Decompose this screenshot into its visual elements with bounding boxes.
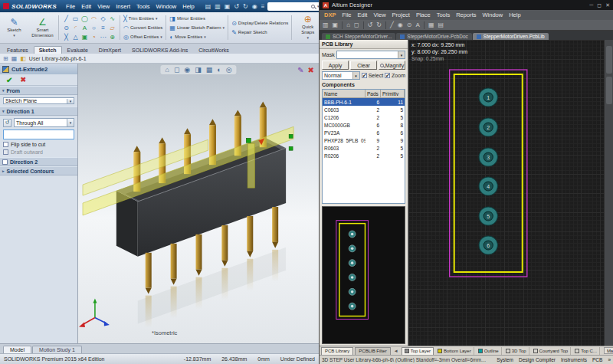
doc-tab-pcblib[interactable]: StepperMotorDriven.PcbLib [473,33,549,40]
graphics-viewport[interactable]: ⌂ ◻ ◉ ◨ ▦ ◐ ◎ ✎ ✖ *Isometric [78,64,319,343]
footprint-preview[interactable] [322,206,405,344]
menu-edit[interactable]: Edit [358,11,368,18]
components-table[interactable]: Name Pads Primitiv BBB-PH-6-1611 C060325… [322,89,405,204]
components-table-header[interactable]: Name Pads Primitiv [323,90,405,98]
display-style-icon[interactable]: ◐ [217,66,221,74]
quick-snaps-button[interactable]: ⊕ Quick Snaps▾ [295,14,319,41]
zoom-fit-icon[interactable]: ⌂ [165,66,169,74]
tab-solidworks-addins[interactable]: SOLIDWORKS Add-Ins [126,46,193,54]
close-icon[interactable]: ✕ [605,2,610,8]
clear-button[interactable]: Clear [350,61,377,70]
maximize-icon[interactable]: ◻ [597,2,602,8]
erase-tool-icon[interactable]: ◔ [90,33,98,41]
trim-entities-button[interactable]: ╳Trim Entities▾ [123,15,162,22]
grid-settings-icon[interactable]: ▦ [428,21,434,28]
rectangle-tool-icon[interactable]: ▭ [71,15,80,23]
menu-file[interactable]: File [342,11,351,18]
undo-icon[interactable]: ↺ [234,3,239,10]
section-direction-1[interactable]: ▾Direction 1 [0,107,77,116]
table-row[interactable]: R020625 [323,152,405,159]
zoom-area-icon[interactable]: ◻ [354,21,359,28]
redo-icon[interactable]: ↻ [376,21,382,28]
zoom-area-icon[interactable]: ◻ [174,66,179,74]
trim-tool-icon[interactable]: ╳ [62,33,70,41]
table-row[interactable]: PV23A66 [323,129,405,136]
section-view-icon[interactable]: ◨ [195,66,202,74]
fillet-tool-icon[interactable]: ◜ [71,24,80,32]
move-entities-button[interactable]: ◐Move Entities▾ [169,34,225,41]
pad-4[interactable]: 4 [479,177,497,195]
menu-window[interactable]: Window [482,11,503,18]
menu-window[interactable]: Window [156,3,177,10]
menu-help[interactable]: Help [509,11,520,18]
view-orientation-icon[interactable]: ▦ [206,66,213,74]
panel-tab-pcb-library[interactable]: PCB Library [321,347,353,355]
circle-tool-icon[interactable]: ◯ [80,15,89,23]
tab-dimxpert[interactable]: DimXpert [93,46,126,54]
place-via-icon[interactable]: ⊙ [407,21,412,28]
offset-entities-button[interactable]: ◎Offset Entities▾ [123,34,162,41]
feature-tree-icon[interactable]: ⊞ [3,55,8,62]
tab-evaluate[interactable]: Evaluate [62,46,93,54]
linear-sketch-pattern-button[interactable]: ▦Linear Sketch Pattern▾ [169,25,225,31]
rebuild-icon[interactable]: ◉ [252,3,257,10]
layer-tab-3d-top[interactable]: 3D Top [503,347,529,355]
magnify-button[interactable]: Magnify [379,61,405,70]
display-delete-relations-button[interactable]: ⊙Display/Delete Relations [231,20,288,27]
pattern-tool-icon[interactable]: ▣ [80,33,89,41]
redo-icon[interactable]: ↻ [243,3,248,10]
menu-view[interactable]: View [373,11,385,18]
tab-sketch[interactable]: Sketch [34,46,62,54]
save-icon[interactable]: ▣ [333,21,339,28]
pad-6[interactable]: 6 [479,236,497,254]
point-tool-icon[interactable]: ○ [90,24,98,32]
viewport-3d-scene[interactable] [78,64,319,343]
design-compiler-panels-button[interactable]: Design Compiler [519,357,556,362]
more-tools-icon[interactable]: ⋯ [99,33,107,41]
menu-dxp[interactable]: DXP [324,11,336,18]
panel-tab-pcblib-filter[interactable]: PCBLIB Filter [355,347,390,355]
more-panels-icon[interactable]: » [608,357,611,362]
menu-help[interactable]: Help [182,3,194,10]
menu-edit[interactable]: Edit [81,3,91,10]
cancel-button[interactable]: ✖ [20,76,26,84]
pcb-panels-button[interactable]: PCB [592,357,602,362]
dock-tab-2[interactable] [606,77,612,104]
section-selected-contours[interactable]: ▸Selected Contours [0,166,77,175]
flip-side-to-cut-row[interactable]: Flip side to cut [3,142,74,147]
menu-insert[interactable]: Insert [116,3,130,10]
accept-button[interactable]: ✔ [6,76,12,84]
polygon-tool-icon[interactable]: ◇ [99,15,107,23]
table-row[interactable]: MC0000GB68 [323,121,405,129]
place-line-icon[interactable]: ╱ [390,21,394,28]
layer-scroll-left-icon[interactable]: ◄ [392,349,400,353]
reverse-direction-button[interactable]: ↺ [3,119,11,127]
pad-1[interactable]: 1 [479,88,497,107]
table-row[interactable]: PHXP28_5PLB_0999 [323,136,405,144]
menu-tools[interactable]: Tools [437,11,451,18]
instruments-panels-button[interactable]: Instruments [561,357,587,362]
system-panels-button[interactable]: System [497,357,513,362]
ellipse-tool-icon[interactable]: ⊙ [62,24,70,32]
layer-tab-top[interactable]: Top Layer [402,347,434,355]
line-tool-icon[interactable]: ╱ [62,15,70,23]
tab-model[interactable]: Model [3,346,31,353]
pad-5[interactable]: 5 [479,207,497,225]
select-checkbox[interactable]: ✔ [362,73,367,78]
doc-tab-pcbdoc[interactable]: StepperMotorDrive-PcbDoc [396,33,471,40]
menu-view[interactable]: View [97,3,110,10]
menu-file[interactable]: File [66,3,75,10]
section-from[interactable]: ▾From [0,86,77,95]
apply-button[interactable]: Apply [322,61,349,70]
zoom-fit-icon[interactable]: ⌂ [346,21,350,28]
slot-tool-icon[interactable]: ▱ [108,24,116,32]
convert-entities-button[interactable]: ◠Convert Entities [123,25,162,31]
table-row[interactable]: C060325 [323,106,405,113]
minimize-icon[interactable]: ─ [589,2,593,8]
table-row[interactable]: BBB-PH-6-1611 [323,98,405,106]
layer-config-icon[interactable]: ▤ [438,21,444,28]
construction-tool-icon[interactable]: ⊕ [108,33,116,41]
doc-tab-schematic[interactable]: SCH StepperMotorDriver... [322,33,395,40]
flip-side-checkbox[interactable] [3,142,8,147]
menu-reports[interactable]: Reports [456,11,476,18]
